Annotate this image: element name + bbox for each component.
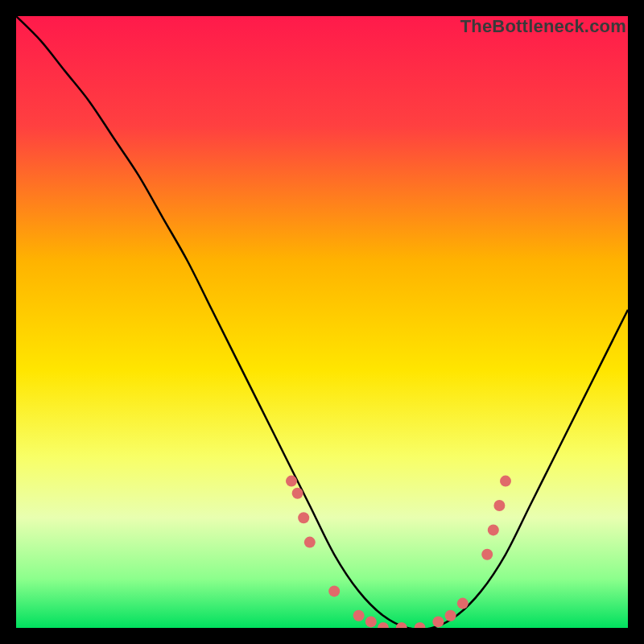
highlight-dot — [493, 500, 505, 511]
highlight-dot — [365, 616, 377, 627]
bottleneck-chart — [16, 16, 628, 628]
highlight-dot — [481, 549, 493, 560]
chart-frame: TheBottleneck.com — [16, 16, 628, 628]
watermark-text: TheBottleneck.com — [460, 16, 626, 37]
highlight-dot — [298, 512, 309, 523]
highlight-dot — [353, 610, 365, 621]
highlight-dot — [445, 610, 456, 621]
highlight-dot — [304, 537, 316, 548]
highlight-dot — [292, 488, 303, 499]
highlight-dot — [286, 476, 297, 487]
highlight-dot — [488, 524, 499, 535]
highlight-dot — [500, 476, 511, 487]
highlight-dot — [457, 598, 469, 609]
gradient-background — [16, 16, 628, 628]
highlight-dot — [328, 585, 340, 597]
highlight-dot — [432, 616, 444, 627]
